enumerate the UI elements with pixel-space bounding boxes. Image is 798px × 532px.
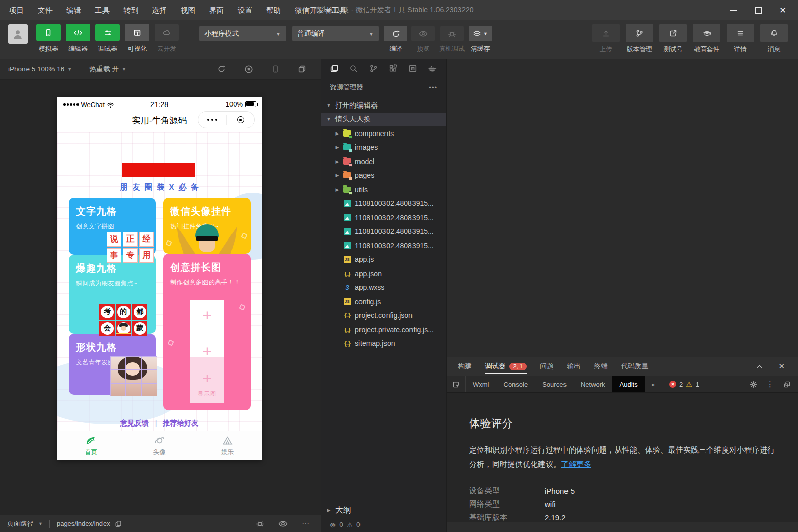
test-account-button[interactable]: 测试号 [659,24,687,54]
tab-code-quality[interactable]: 代码质量 [614,357,655,376]
tab-output[interactable]: 输出 [560,357,587,376]
card-avatar-pendant[interactable]: 微信头像挂件 热门挂件免费用~ [163,198,251,254]
mode-select[interactable]: 小程序模式 ▼ [199,26,286,41]
menu-file[interactable]: 文件 [38,6,53,15]
search-view-button[interactable] [349,64,358,73]
menu-interface[interactable]: 界面 [209,6,224,15]
git-view-button[interactable] [369,64,378,73]
device-frame-button[interactable] [272,65,279,74]
menu-settings[interactable]: 设置 [238,6,252,15]
devtab-network[interactable]: Network [574,376,612,392]
devtab-sources[interactable]: Sources [535,376,574,392]
tree-file-image[interactable]: 1108100302.48083915... [321,238,446,253]
hot-reload-toggle[interactable]: 热重载 开 ▼ [89,65,126,74]
menu-view[interactable]: 视图 [181,6,195,15]
visibility-button[interactable] [278,520,288,527]
extensions-view-button[interactable] [389,64,397,73]
devtab-wxml[interactable]: Wxml [466,376,497,392]
outline-section[interactable]: ▶大纲 [321,503,446,518]
tree-file-app-js[interactable]: JSapp.js [321,253,446,267]
debugger-button[interactable]: 调试器 [95,24,120,54]
maximize-button[interactable] [746,0,770,20]
more-actions-button[interactable]: ⋯ [302,519,311,528]
devtab-console[interactable]: Console [497,376,535,392]
card-long-image[interactable]: 创意拼长图 制作创意多图的高手！！ + + + 显示图 [163,254,251,410]
education-kit-button[interactable]: 教育套件 [693,24,720,54]
messages-button[interactable]: 消息 [760,24,788,54]
top-banner[interactable] [122,163,195,177]
user-avatar[interactable] [8,24,28,44]
copy-path-button[interactable] [115,520,122,527]
panel-scrollbar[interactable] [447,522,798,532]
tree-folder-pages[interactable]: ▶pages [321,169,446,183]
version-control-button[interactable]: 版本管理 [626,24,653,54]
tree-section-project-root[interactable]: ▼情头天天换 [321,113,446,127]
menu-tools[interactable]: 工具 [95,6,110,15]
docker-view-button[interactable] [428,64,437,73]
multi-window-button[interactable] [298,65,306,74]
menu-help[interactable]: 帮助 [266,6,281,15]
tree-folder-model[interactable]: ▶model [321,154,446,169]
details-button[interactable]: 详情 [727,24,754,54]
close-miniapp-button[interactable] [227,116,255,123]
undock-button[interactable] [783,381,791,388]
close-button[interactable]: ✕ [770,0,795,20]
card-fun-nine-grid[interactable]: 爆趣九格 瞬间成为朋友圈焦点~ 考 的 都 会 蒙 [69,255,156,334]
tree-file-project-private-config[interactable]: {..}project.private.config.js... [321,323,446,337]
devtab-audits[interactable]: Audits [612,376,645,392]
devtools-menu-button[interactable]: ⋮ [766,380,774,389]
more-options-button[interactable] [198,119,226,121]
tree-folder-utils[interactable]: ▶utils [321,182,446,197]
tree-file-config-js[interactable]: JSconfig.js [321,295,446,309]
problems-counter[interactable]: ⊗0 ⚠0 [321,517,446,532]
menu-edit[interactable]: 编辑 [66,6,81,15]
vconsole-button[interactable] [256,520,264,527]
clear-cache-button[interactable]: ▼ 清缓存 [469,24,492,54]
tab-avatar[interactable]: 头像 [125,431,194,460]
card-text-nine-grid[interactable]: 文字九格 创意文字拼图 说 正 经 事 专 用 [69,198,156,255]
tree-file-image[interactable]: 1108100302.48083915... [321,225,446,239]
tree-section-open-editors[interactable]: ▼打开的编辑器 [321,98,446,113]
page-path-dropdown[interactable]: 页面路径 [7,519,34,528]
compile-mode-select[interactable]: 普通编译 ▼ [292,26,379,41]
tree-file-image[interactable]: 1108100302.48083915... [321,210,446,225]
tree-file-app-wxss[interactable]: 3app.wxss [321,281,446,295]
explorer-more-button[interactable]: ••• [429,84,437,91]
close-panel-button[interactable]: ✕ [778,362,785,371]
tree-file-app-json[interactable]: {..}app.json [321,267,446,281]
menu-project[interactable]: 项目 [9,6,24,15]
learn-more-link[interactable]: 了解更多 [561,460,591,468]
simulator-button[interactable]: 模拟器 [36,24,61,54]
more-tabs-button[interactable]: » [645,381,661,388]
tab-build[interactable]: 构建 [451,357,478,376]
inspect-element-button[interactable] [447,376,466,392]
compile-button[interactable]: 编译 [384,24,407,54]
tree-file-sitemap-json[interactable]: {..}sitemap.json [321,337,446,351]
recommend-link[interactable]: 推荐给好友 [163,419,198,427]
menu-goto[interactable]: 转到 [123,6,138,15]
tab-terminal[interactable]: 终端 [587,357,614,376]
devtools-settings-button[interactable] [750,381,757,388]
collapse-panel-button[interactable] [756,364,763,369]
minimize-button[interactable] [722,0,746,20]
tab-fun[interactable]: 娱乐 [193,431,262,460]
npm-view-button[interactable] [408,64,417,73]
editor-empty-area[interactable] [447,59,798,357]
tree-folder-components[interactable]: ▶components [321,126,446,141]
device-select[interactable]: iPhone 5 100% 16 ▼ [8,65,72,73]
visualize-button[interactable]: 可视化 [125,24,149,54]
editor-button[interactable]: 编辑器 [66,24,90,54]
tab-debugger[interactable]: 调试器2, 1 [478,357,533,376]
tab-home[interactable]: 首页 [57,431,125,460]
console-counts[interactable]: ✕2 ⚠1 [669,380,699,388]
files-view-button[interactable] [330,64,339,73]
tree-file-image[interactable]: 1108100302.48083915... [321,197,446,211]
feedback-link[interactable]: 意见反馈 [120,419,149,427]
card-shape-nine-grid[interactable]: 形状九格 文艺青年发图专属 [69,334,156,395]
tree-folder-images[interactable]: ▶images [321,141,446,155]
tab-problems[interactable]: 问题 [533,357,560,376]
menu-select[interactable]: 选择 [152,6,167,15]
tree-file-project-config[interactable]: {..}project.config.json [321,309,446,323]
record-stop-button[interactable] [244,65,253,74]
restart-button[interactable] [217,65,226,74]
